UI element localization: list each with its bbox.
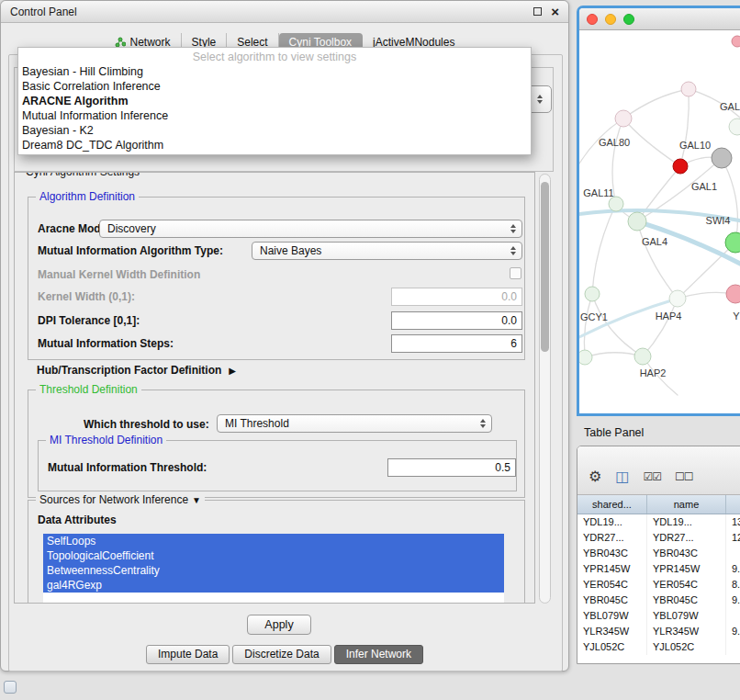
column-visibility-icon[interactable]: ◫ bbox=[615, 468, 629, 486]
column-header-name[interactable]: name bbox=[647, 495, 726, 514]
manual-kernel-width-label: Manual Kernel Width Definition bbox=[38, 268, 200, 281]
settings-scrollbar-thumb[interactable] bbox=[541, 182, 549, 352]
network-edge[interactable] bbox=[637, 221, 740, 273]
algorithm-definition-group: Algorithm Definition Aracne Mode: Discov… bbox=[28, 197, 525, 360]
network-node[interactable] bbox=[609, 197, 623, 211]
tab-impute-data[interactable]: Impute Data bbox=[146, 645, 230, 664]
table-row[interactable]: YBL079WYBL079W bbox=[577, 608, 740, 624]
algorithm-option[interactable]: Bayesian - K2 bbox=[18, 123, 531, 138]
algorithm-option[interactable]: ARACNE Algorithm bbox=[18, 94, 531, 108]
network-node[interactable] bbox=[732, 36, 740, 47]
table-row[interactable]: YBR045CYBR045C9. bbox=[577, 593, 740, 608]
network-node-label: HAP4 bbox=[656, 310, 682, 322]
network-node[interactable] bbox=[673, 159, 688, 174]
table-cell: YBL079W bbox=[647, 608, 726, 624]
settings-scrollbar[interactable] bbox=[539, 174, 551, 604]
table-cell: YBR045C bbox=[577, 593, 647, 608]
network-node[interactable] bbox=[634, 348, 651, 365]
attribute-list[interactable]: SelfLoopsTopologicalCoefficientBetweenne… bbox=[43, 534, 504, 604]
tab-infer-network[interactable]: Infer Network bbox=[334, 645, 423, 664]
aracne-mode-value: Discovery bbox=[107, 222, 507, 235]
column-header-extra[interactable] bbox=[726, 495, 740, 514]
column-header-shared-name[interactable]: shared... bbox=[577, 495, 647, 514]
network-node[interactable] bbox=[681, 82, 696, 96]
sources-group-header[interactable]: Sources for Network Inference ▼ bbox=[36, 493, 205, 506]
table-row[interactable]: YBR043CYBR043C bbox=[577, 546, 740, 561]
cyni-mode-tabs: Impute Data Discretize Data Infer Networ… bbox=[1, 645, 568, 664]
network-edge[interactable] bbox=[623, 119, 680, 166]
mi-algorithm-type-select[interactable]: Naive Bayes bbox=[252, 242, 522, 260]
table-row[interactable]: YLR345WYLR345W9. bbox=[577, 624, 740, 639]
table-row[interactable]: YDL19...YDL19...13 bbox=[577, 514, 740, 530]
network-node-label: Y bbox=[733, 310, 740, 322]
network-node[interactable] bbox=[615, 110, 632, 127]
hub-definition-expander[interactable]: Hub/Transcription Factor Definition ▶ bbox=[37, 364, 236, 377]
kernel-width-input[interactable]: 0.0 bbox=[391, 288, 522, 306]
apply-button[interactable]: Apply bbox=[247, 615, 311, 635]
algorithm-dropdown-popup: Select algorithm to view settings Bayesi… bbox=[17, 47, 532, 155]
attribute-list-item[interactable]: BetweennessCentrality bbox=[43, 563, 504, 578]
deselect-all-columns-icon[interactable]: ☐☐ bbox=[675, 468, 693, 486]
manual-kernel-width-checkbox[interactable] bbox=[510, 267, 521, 279]
float-panel-icon[interactable] bbox=[533, 7, 542, 16]
table-cell: 13 bbox=[726, 514, 740, 530]
network-canvas[interactable]: GAL80GALGAL10GAL11GAL1SWI4GAL4GCY1HAP4YH… bbox=[579, 30, 740, 413]
table-row[interactable]: YPR145WYPR145W9. bbox=[577, 561, 740, 577]
table-row[interactable]: YER054CYER054C8. bbox=[577, 577, 740, 593]
algorithm-option[interactable]: Dream8 DC_TDC Algorithm bbox=[18, 138, 531, 152]
table-cell: 8. bbox=[726, 577, 740, 593]
network-edge[interactable] bbox=[612, 119, 623, 204]
network-node[interactable] bbox=[712, 148, 732, 168]
network-edge[interactable] bbox=[592, 204, 616, 294]
algorithm-options: Bayesian - Hill ClimbingBasic Correlatio… bbox=[18, 64, 531, 152]
attribute-list-item[interactable]: gal4RGexp bbox=[43, 578, 504, 593]
combo-arrows-icon bbox=[510, 224, 516, 233]
attribute-list-item[interactable]: TopologicalCoefficient bbox=[43, 548, 504, 563]
network-node[interactable] bbox=[628, 212, 646, 231]
close-window-button[interactable] bbox=[587, 14, 598, 25]
network-node[interactable] bbox=[585, 287, 600, 301]
combo-arrows-icon bbox=[537, 95, 543, 104]
kernel-width-label: Kernel Width (0,1): bbox=[38, 290, 135, 303]
collapsed-panel-icon[interactable] bbox=[4, 681, 17, 694]
algorithm-option[interactable]: Basic Correlation Inference bbox=[18, 79, 531, 94]
network-node[interactable] bbox=[729, 119, 740, 135]
network-node[interactable] bbox=[669, 290, 686, 307]
hub-definition-label: Hub/Transcription Factor Definition bbox=[37, 364, 221, 377]
network-graph[interactable]: GAL80GALGAL10GAL11GAL1SWI4GAL4GCY1HAP4YH… bbox=[579, 30, 740, 413]
table-settings-gear-icon[interactable]: ⚙ bbox=[589, 468, 601, 486]
zoom-window-button[interactable] bbox=[623, 14, 634, 25]
network-edge[interactable] bbox=[680, 89, 689, 166]
network-edge[interactable] bbox=[722, 158, 737, 243]
close-panel-icon[interactable]: × bbox=[551, 6, 559, 18]
network-node[interactable] bbox=[579, 350, 592, 365]
attribute-list-item[interactable]: SelfLoops bbox=[43, 534, 504, 548]
mi-steps-input[interactable]: 6 bbox=[391, 334, 522, 353]
network-edge[interactable] bbox=[592, 294, 643, 356]
dpi-tolerance-input[interactable]: 0.0 bbox=[391, 311, 522, 330]
sources-group: Sources for Network Inference ▼ Data Att… bbox=[28, 500, 525, 604]
table-row[interactable]: YDR27...YDR27...12 bbox=[577, 530, 740, 546]
network-node[interactable] bbox=[726, 285, 740, 303]
algorithm-option[interactable]: Mutual Information Inference bbox=[18, 108, 531, 123]
network-node-label: GCY1 bbox=[580, 311, 608, 322]
select-all-columns-icon[interactable]: ☑☑ bbox=[643, 468, 661, 486]
minimize-window-button[interactable] bbox=[605, 14, 616, 25]
table-cell: 9. bbox=[726, 624, 740, 639]
table-row[interactable]: YJL052CYJL052C bbox=[577, 639, 740, 655]
which-threshold-select[interactable]: MI Threshold bbox=[217, 414, 492, 433]
mi-threshold-input[interactable]: 0.5 bbox=[387, 458, 516, 477]
tab-discretize-data[interactable]: Discretize Data bbox=[232, 645, 331, 664]
table-cell: YER054C bbox=[577, 577, 647, 593]
network-edge[interactable] bbox=[584, 294, 592, 357]
table-cell: YPR145W bbox=[647, 561, 726, 577]
sources-group-title: Sources for Network Inference bbox=[39, 493, 188, 506]
network-node-label: GAL bbox=[720, 101, 740, 112]
control-panel-window: Control Panel × Network Style Select bbox=[0, 0, 569, 672]
network-edge[interactable] bbox=[623, 89, 689, 119]
aracne-mode-select[interactable]: Discovery bbox=[99, 220, 522, 238]
network-node-label: GAL1 bbox=[691, 181, 717, 192]
algorithm-combobox-fragment[interactable] bbox=[530, 85, 552, 113]
algorithm-option[interactable]: Bayesian - Hill Climbing bbox=[18, 64, 531, 79]
mi-algorithm-type-value: Naive Bayes bbox=[260, 244, 507, 257]
